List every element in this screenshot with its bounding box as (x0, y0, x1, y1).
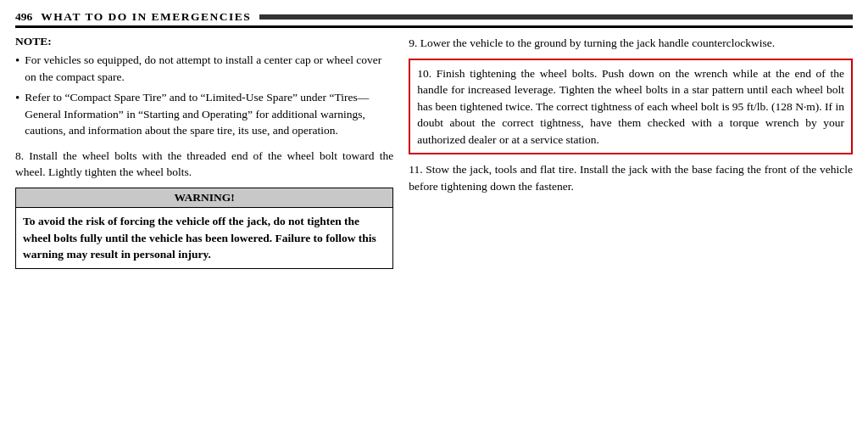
page-header: 496 WHAT TO DO IN EMERGENCIES (15, 10, 853, 28)
bullet-text-2: Refer to “Compact Spare Tire” and to “Li… (25, 89, 393, 139)
step-9: 9. Lower the vehicle to the ground by tu… (409, 35, 853, 52)
step-10-highlight-box: 10. Finish tightening the wheel bolts. P… (409, 59, 853, 155)
note-label: NOTE: (15, 35, 393, 48)
step-11: 11. Stow the jack, tools and flat tire. … (409, 161, 853, 194)
step-10-text: 10. Finish tightening the wheel bolts. P… (417, 67, 844, 146)
right-column: 9. Lower the vehicle to the ground by tu… (409, 35, 853, 269)
bullet-list: For vehicles so equipped, do not attempt… (15, 52, 393, 139)
warning-body: To avoid the risk of forcing the vehicle… (16, 208, 392, 268)
two-column-layout: NOTE: For vehicles so equipped, do not a… (15, 35, 853, 269)
header-bar (259, 14, 853, 20)
step-8: 8. Install the wheel bolts with the thre… (15, 148, 393, 181)
warning-box: WARNING! To avoid the risk of forcing th… (15, 188, 393, 269)
list-item: For vehicles so equipped, do not attempt… (15, 52, 393, 85)
bullet-text-1: For vehicles so equipped, do not attempt… (25, 52, 393, 85)
left-column: NOTE: For vehicles so equipped, do not a… (15, 35, 393, 269)
warning-header: WARNING! (16, 188, 392, 208)
page-number: 496 (15, 10, 32, 24)
list-item: Refer to “Compact Spare Tire” and to “Li… (15, 89, 393, 139)
page-container: 496 WHAT TO DO IN EMERGENCIES NOTE: For … (0, 0, 868, 426)
page-title: WHAT TO DO IN EMERGENCIES (41, 10, 251, 24)
